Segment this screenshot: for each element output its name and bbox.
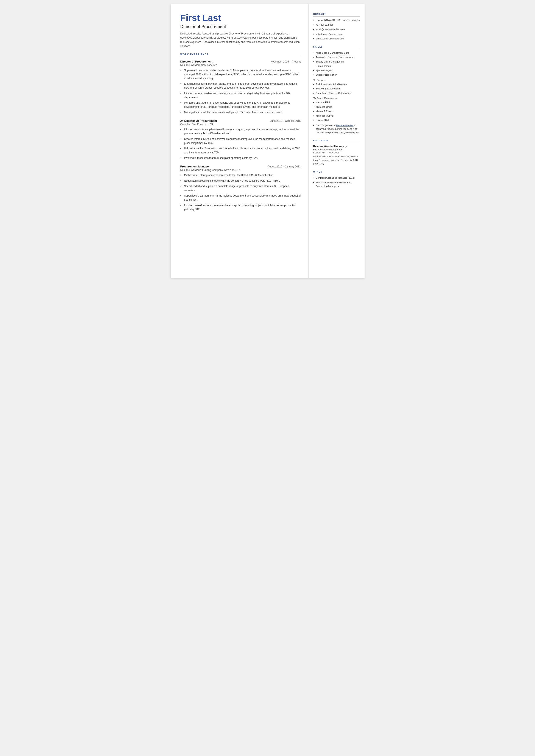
job-title-2: Jr. Director Of Procurement: [180, 119, 217, 123]
techniques-list: Risk Assessment & Mitigation Budgeting &…: [313, 83, 360, 95]
job-header-2: Jr. Director Of Procurement June 2013 – …: [180, 119, 301, 123]
other-section: OTHER Certified Purchasing Manager (2014…: [313, 171, 360, 188]
education-section-title: EDUCATION: [313, 139, 360, 143]
job-block-1: Director of Procurement November 2015 – …: [180, 60, 301, 114]
contact-list: Halifax, NOVA SCOTIA (Open to Remote) +1…: [313, 18, 360, 41]
job-title-3: Procurement Manager: [180, 165, 210, 168]
job-bullets-2: Initiated an onsite supplier-owned inven…: [180, 127, 301, 160]
job-company-1: Resume Worded, New York, NY: [180, 64, 301, 67]
job-block-3: Procurement Manager August 2010 – Januar…: [180, 165, 301, 211]
edu-date: Boston, MA — May 2009: [313, 151, 360, 154]
skills-section: SKILLS Ariba Spend Management Suite Auto…: [313, 46, 360, 134]
job-block-2: Jr. Director Of Procurement June 2013 – …: [180, 119, 301, 160]
left-column: First Last Director of Procurement Dedic…: [171, 4, 309, 278]
summary-text: Dedicated, results-focused, and proactiv…: [180, 32, 301, 48]
promo-prefix: Don't forget to use: [316, 124, 336, 127]
tool-3: Microsoft Outlook: [313, 114, 360, 118]
promo-link[interactable]: Resume Worded: [336, 124, 353, 127]
contact-section-title: CONTACT: [313, 13, 360, 16]
work-experience-section-title: WORK EXPERIENCE: [180, 53, 301, 57]
edu-degree: BS Operations Management: [313, 148, 360, 151]
candidate-name: First Last: [180, 13, 301, 23]
bullet-2-2: Created internal SLAs and achieved stand…: [180, 137, 301, 145]
technique-1: Budgeting & Scheduling: [313, 87, 360, 91]
bullet-2-1: Initiated an onsite supplier-owned inven…: [180, 127, 301, 136]
tools-list: Netsuite ERP Microsoft Office Microsoft …: [313, 101, 360, 122]
education-section: EDUCATION Resume Worded University BS Op…: [313, 139, 360, 165]
tool-0: Netsuite ERP: [313, 101, 360, 104]
job-dates-1: November 2015 – Present: [270, 60, 300, 63]
edu-block: Resume Worded University BS Operations M…: [313, 145, 360, 165]
right-column: CONTACT Halifax, NOVA SCOTIA (Open to Re…: [309, 4, 365, 278]
skill-3: E-procurement: [313, 64, 360, 68]
tools-label: Tools and Frameworks:: [313, 97, 360, 99]
tool-4: Oracle DBMS: [313, 118, 360, 122]
promo-text: Don't forget to use Resume Worded to sca…: [313, 124, 360, 134]
skill-5: Supplier Negotiation: [313, 73, 360, 77]
bullet-1-1: Supervised business relations with over …: [180, 68, 301, 80]
bullet-3-4: Supervised a 12-man team in the logistic…: [180, 194, 301, 202]
job-dates-3: August 2010 – January 2013: [268, 165, 300, 168]
job-header-3: Procurement Manager August 2010 – Januar…: [180, 165, 301, 168]
skill-1: Automated Purchase Order software: [313, 55, 360, 59]
edu-awards: Awards: Resume Worded Teaching Fellow (o…: [313, 155, 360, 165]
bullet-3-5: Inspired cross-functional team members t…: [180, 204, 301, 211]
job-company-2: Growthsi, San Francisco, CA: [180, 123, 301, 126]
bullet-2-3: Utilized analytics, forecasting, and neg…: [180, 147, 301, 154]
job-header-1: Director of Procurement November 2015 – …: [180, 60, 301, 63]
bullet-1-5: Managed successful business relationship…: [180, 110, 301, 114]
bullet-1-3: Initiated targeted cost-saving meetings …: [180, 91, 301, 99]
candidate-title: Director of Procurement: [180, 24, 301, 29]
job-dates-2: June 2013 – October 2015: [270, 119, 300, 123]
bullet-3-2: Negotiated successful contracts with the…: [180, 179, 301, 183]
resume-page: First Last Director of Procurement Dedic…: [171, 4, 365, 278]
job-bullets-3: Orchestrated plant procurement methods t…: [180, 173, 301, 211]
tool-2: Microsoft Project: [313, 109, 360, 113]
job-company-3: Resume Worded's Exciting Company, New Yo…: [180, 169, 301, 172]
tool-1: Microsoft Office: [313, 105, 360, 109]
skill-4: Spend Analysis: [313, 69, 360, 72]
skill-2: Supply Chain Management: [313, 60, 360, 64]
techniques-label: Techniques:: [313, 79, 360, 81]
other-section-title: OTHER: [313, 171, 360, 174]
contact-item-4: github.com/resumeworded: [313, 37, 360, 41]
bullet-3-1: Orchestrated plant procurement methods t…: [180, 173, 301, 177]
skills-main-list: Ariba Spend Management Suite Automated P…: [313, 51, 360, 77]
contact-item-0: Halifax, NOVA SCOTIA (Open to Remote): [313, 18, 360, 22]
contact-item-1: +1(432)-222-458: [313, 23, 360, 27]
contact-item-3: linkedin.com/in/username: [313, 32, 360, 36]
other-item-1: Treasurer, National Association of Purch…: [313, 181, 360, 188]
contact-section: CONTACT Halifax, NOVA SCOTIA (Open to Re…: [313, 13, 360, 41]
contact-item-2: email@resumeworded.com: [313, 28, 360, 31]
bullet-2-4: Involved in measures that reduced plant …: [180, 156, 301, 160]
job-title-1: Director of Procurement: [180, 60, 213, 63]
bullet-1-2: Examined spending, payment plans, and ot…: [180, 82, 301, 90]
skills-section-title: SKILLS: [313, 46, 360, 49]
edu-school: Resume Worded University: [313, 145, 360, 148]
skill-0: Ariba Spend Management Suite: [313, 51, 360, 55]
other-item-0: Certified Purchasing Manager (2014).: [313, 176, 360, 180]
job-bullets-1: Supervised business relations with over …: [180, 68, 301, 114]
technique-2: Compliance Process Optimization: [313, 91, 360, 95]
other-list: Certified Purchasing Manager (2014). Tre…: [313, 176, 360, 188]
technique-0: Risk Assessment & Mitigation: [313, 83, 360, 86]
bullet-1-4: Mentored and taught ten direct reports a…: [180, 101, 301, 109]
bullet-3-3: Spearheaded and supplied a complete rang…: [180, 184, 301, 192]
